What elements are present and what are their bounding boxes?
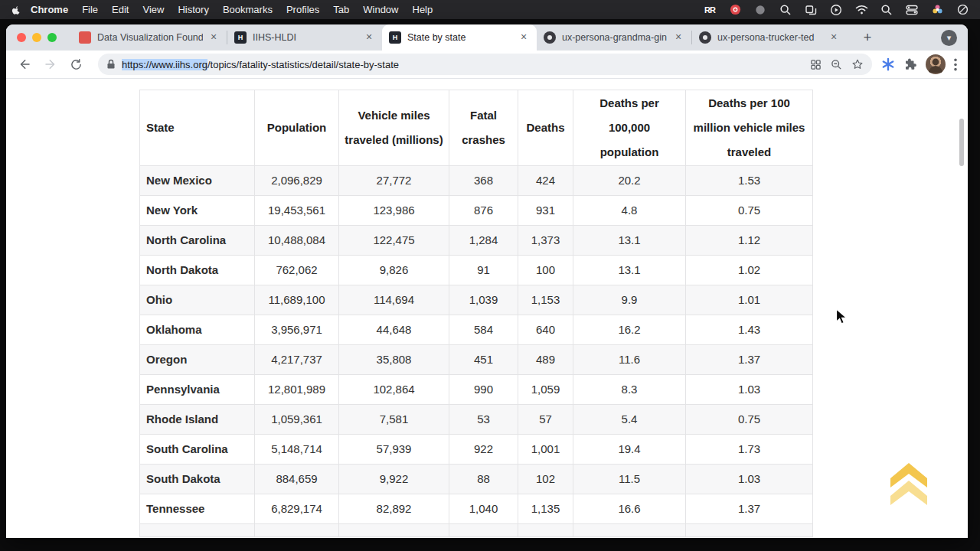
menubar-app-name[interactable]: Chrome [24, 4, 75, 15]
value-cell: 1.02 [686, 256, 813, 285]
minimize-window-button[interactable] [32, 33, 41, 42]
onepassword-icon[interactable] [728, 4, 742, 16]
column-header: State [140, 90, 255, 166]
value-cell: 1.37 [686, 345, 813, 375]
blue-asterisk-extension-icon[interactable] [881, 57, 895, 71]
new-tab-button[interactable]: + [858, 28, 877, 47]
value-cell: 5.4 [573, 405, 686, 435]
value-cell: 35,808 [339, 345, 449, 375]
page-content: StatePopulationVehicle miles traveled (m… [6, 79, 968, 537]
toolbar-right-cluster [878, 54, 960, 74]
menu-help[interactable]: Help [406, 4, 440, 15]
value-cell: 8.3 [573, 375, 686, 405]
value-cell: 4.8 [573, 196, 686, 226]
forward-icon[interactable] [40, 54, 60, 75]
avatar[interactable] [926, 54, 946, 74]
value-cell: 2,096,829 [255, 166, 339, 196]
value-cell: 27,772 [339, 166, 449, 196]
menu-window[interactable]: Window [356, 4, 405, 15]
tab-favicon: H [389, 31, 401, 44]
value-cell: 122,475 [339, 226, 449, 256]
value-cell: 1,059 [518, 375, 573, 405]
scrollbar-thumb[interactable] [959, 119, 964, 166]
magnifier-icon[interactable] [779, 4, 792, 16]
value-cell: 876 [449, 196, 518, 226]
back-icon[interactable] [14, 54, 34, 75]
reload-icon[interactable] [66, 54, 87, 75]
value-cell [518, 524, 573, 537]
value-cell: 1.73 [686, 435, 813, 465]
control-center-icon[interactable] [905, 4, 919, 16]
grid-icon[interactable] [810, 59, 822, 70]
value-cell: 11.6 [573, 345, 686, 375]
apple-menu-icon[interactable] [11, 4, 21, 15]
zoom-icon[interactable] [831, 59, 842, 70]
table-row: Oregon4,217,73735,80845148911.61.37 [140, 345, 813, 375]
do-not-disturb-icon[interactable] [956, 4, 969, 16]
zoom-window-button[interactable] [47, 33, 57, 42]
value-cell: 1,373 [518, 226, 573, 256]
tab-close-icon[interactable]: × [518, 31, 530, 44]
tab-search-icon[interactable]: ▾ [941, 30, 957, 46]
rr-logo-icon[interactable]: RR [703, 4, 717, 16]
address-bar[interactable]: https://www.iihs.org/topics/fatality-sta… [98, 54, 872, 75]
tab-close-icon[interactable]: × [207, 31, 220, 44]
tab-close-icon[interactable]: × [828, 31, 840, 44]
url-selected-text: https://www.iihs.org [122, 59, 207, 70]
tab-iihs-hldi[interactable]: H IIHS-HLDI × [227, 24, 382, 51]
state-name-cell: Rhode Island [140, 405, 255, 435]
menu-bookmarks[interactable]: Bookmarks [216, 4, 279, 15]
value-cell [573, 524, 686, 537]
menubar: Chrome File Edit View History Bookmarks … [0, 0, 980, 19]
state-name-cell: North Carolina [140, 226, 255, 256]
back-to-top-button[interactable] [887, 458, 931, 505]
menu-file[interactable]: File [75, 4, 105, 15]
tab-state-by-state[interactable]: H State by state × [382, 24, 537, 51]
value-cell: 451 [449, 345, 518, 375]
screen-share-icon[interactable] [829, 4, 843, 16]
recording-dot-icon[interactable] [753, 4, 767, 16]
url-rest-text: /topics/fatality-statistics/detail/state… [207, 59, 399, 70]
url-text[interactable]: https://www.iihs.org/topics/fatality-sta… [122, 59, 399, 70]
value-cell: 931 [518, 196, 573, 226]
tab-ux-persona-grandma[interactable]: ux-persona-grandma-gin × [537, 24, 691, 51]
value-cell: 640 [518, 315, 573, 345]
tab-label: ux-persona-grandma-gin [562, 32, 668, 43]
value-cell: 1,040 [449, 494, 518, 524]
tab-label: IIHS-HLDI [253, 32, 358, 43]
value-cell: 922 [449, 435, 518, 465]
windows-icon[interactable] [804, 4, 818, 16]
extensions-puzzle-icon[interactable] [903, 57, 917, 71]
value-cell: 11.5 [573, 465, 686, 494]
value-cell: 1,059,361 [255, 405, 339, 435]
tab-data-visualization[interactable]: Data Visualization Founda × [72, 24, 227, 51]
bookmark-star-icon[interactable] [851, 58, 864, 70]
tab-ux-persona-trucker[interactable]: ux-persona-trucker-ted × [692, 24, 847, 51]
spotlight-icon[interactable] [880, 4, 893, 16]
value-cell: 0.75 [686, 196, 813, 226]
value-cell: 1.03 [686, 465, 813, 494]
value-cell: 19.4 [573, 435, 686, 465]
menu-view[interactable]: View [136, 4, 171, 15]
close-window-button[interactable] [17, 33, 26, 42]
table-row: New Mexico2,096,82927,77236842420.21.53 [140, 166, 813, 196]
value-cell: 102,864 [339, 375, 449, 405]
state-name-cell: Oregon [140, 345, 255, 375]
tab-close-icon[interactable]: × [363, 31, 375, 44]
menu-profiles[interactable]: Profiles [279, 4, 326, 15]
tab-strip: Data Visualization Founda × H IIHS-HLDI … [6, 24, 968, 51]
wifi-icon[interactable] [854, 4, 868, 16]
tab-close-icon[interactable]: × [672, 31, 684, 44]
menu-history[interactable]: History [171, 4, 215, 15]
value-cell: 13.1 [573, 226, 686, 256]
menu-tab[interactable]: Tab [326, 4, 356, 15]
menu-edit[interactable]: Edit [105, 4, 136, 15]
tab-label: ux-persona-trucker-ted [717, 32, 823, 43]
table-row: New York19,453,561123,9868769314.80.75 [140, 196, 813, 226]
value-cell: 990 [449, 375, 518, 405]
table-row: Rhode Island1,059,3617,58153575.40.75 [140, 405, 813, 435]
value-cell: 1.37 [686, 494, 813, 524]
pinwheel-icon[interactable] [930, 4, 944, 16]
value-cell: 5,148,714 [255, 435, 339, 465]
kebab-menu-icon[interactable] [954, 58, 957, 71]
